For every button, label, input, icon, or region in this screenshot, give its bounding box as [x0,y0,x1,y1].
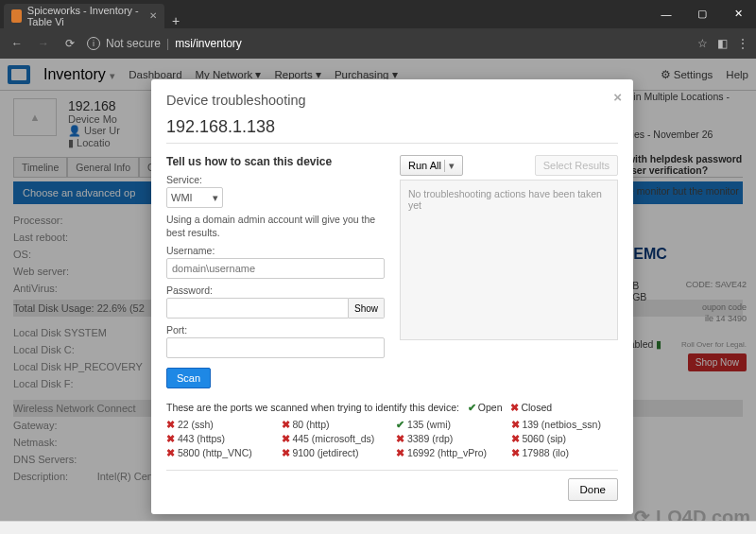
url-text: msi/inventory [175,37,242,50]
service-select[interactable]: WMI▾ [166,187,223,208]
bookmark-icon[interactable]: ☆ [697,37,708,50]
scan-hint: Using a domain admin account will give y… [166,214,385,239]
results-panel: Run All▾ Select Results No troubleshooti… [400,155,618,388]
port-label: Port: [166,324,385,336]
ports-list: 22 (ssh)80 (http)135 (wmi)139 (netbios_s… [166,419,618,458]
extensions-icon[interactable]: ◧ [717,37,728,50]
port-item: 9100 (jetdirect) [282,447,389,458]
url-input[interactable]: i Not secure | msi/inventory [87,37,690,50]
chevron-down-icon: ▾ [444,160,455,172]
port-item: 22 (ssh) [166,419,274,430]
username-field[interactable] [166,258,385,279]
security-warning: Not secure [106,37,161,50]
troubleshoot-modal: × Device troubleshooting 192.168.1.138 T… [151,79,633,514]
port-item: 445 (microsoft_ds) [282,433,389,444]
legend-open: Open [478,402,503,413]
scan-button[interactable]: Scan [166,368,211,388]
username-label: Username: [166,245,385,256]
port-item: 135 (wmi) [396,419,504,430]
service-label: Service: [166,174,385,185]
close-window-button[interactable]: ✕ [720,0,756,28]
reload-icon[interactable]: ⟳ [60,37,79,50]
port-item: 443 (https) [166,433,274,444]
back-icon[interactable]: ← [8,37,26,50]
run-all-button[interactable]: Run All▾ [400,155,463,176]
modal-device-ip: 192.168.1.138 [166,117,618,144]
window-controls: — ▢ ✕ [648,0,756,28]
results-box: No troubleshooting actions have been tak… [400,180,618,340]
password-field[interactable] [166,298,349,319]
port-item: 139 (netbios_ssn) [511,419,619,430]
port-item: 17988 (ilo) [511,447,619,458]
chevron-down-icon: ▾ [213,192,218,204]
spiceworks-favicon-icon [11,9,22,23]
menu-icon[interactable]: ⋮ [737,37,748,50]
legend-closed: Closed [521,402,552,413]
new-tab-button[interactable]: + [164,13,187,28]
open-legend-icon [468,402,478,413]
done-button[interactable]: Done [568,478,619,501]
modal-title: Device troubleshooting [166,93,618,108]
maximize-button[interactable]: ▢ [684,0,720,28]
close-modal-icon[interactable]: × [613,89,622,105]
horizontal-scrollbar[interactable] [0,521,756,534]
port-item: 16992 (http_vPro) [396,447,504,458]
site-info-icon[interactable]: i [87,37,100,50]
window-titlebar: Spiceworks - Inventory - Table Vi ✕ + — … [0,0,756,28]
port-item: 5060 (sip) [511,433,619,444]
scan-header: Tell us how to scan this device [166,155,385,168]
close-tab-icon[interactable]: ✕ [149,10,157,21]
browser-tab[interactable]: Spiceworks - Inventory - Table Vi ✕ [4,4,164,28]
address-bar: ← → ⟳ i Not secure | msi/inventory ☆ ◧ ⋮ [0,28,756,59]
scan-form: Tell us how to scan this device Service:… [166,155,385,388]
port-item: 80 (http) [282,419,389,430]
select-results-button[interactable]: Select Results [535,155,618,176]
port-field[interactable] [166,337,385,358]
show-password-button[interactable]: Show [349,298,385,319]
password-label: Password: [166,284,385,296]
closed-legend-icon [510,402,521,413]
tab-strip: Spiceworks - Inventory - Table Vi ✕ + [0,0,648,28]
port-item: 5800 (http_VNC) [166,447,274,458]
minimize-button[interactable]: — [648,0,684,28]
forward-icon: → [34,37,53,50]
tab-title: Spiceworks - Inventory - Table Vi [27,5,144,27]
port-item: 3389 (rdp) [396,433,504,444]
ports-header: These are the ports we scanned when tryi… [166,402,618,413]
